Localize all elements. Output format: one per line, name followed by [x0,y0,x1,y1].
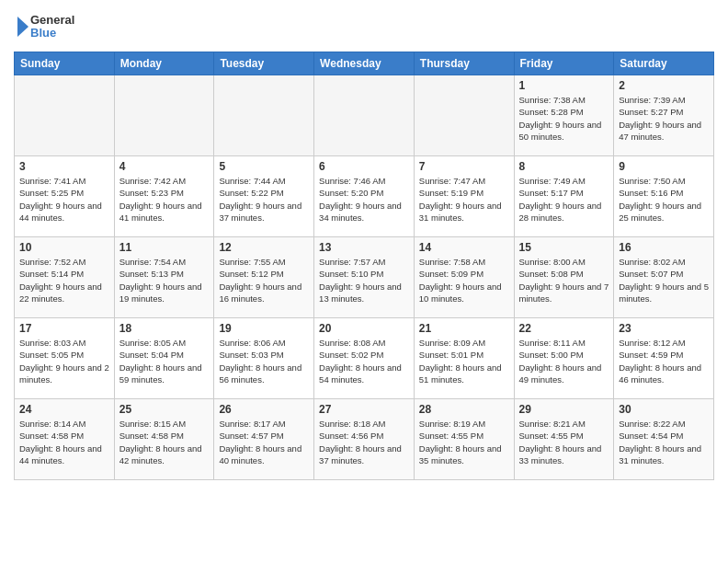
day-number: 24 [19,403,109,416]
day-number: 17 [19,322,109,335]
day-info: Sunrise: 7:58 AM Sunset: 5:09 PM Dayligh… [419,256,509,304]
day-info: Sunrise: 7:50 AM Sunset: 5:16 PM Dayligh… [619,175,709,224]
calendar-cell: 3Sunrise: 7:41 AM Sunset: 5:25 PM Daylig… [15,156,115,237]
day-info: Sunrise: 8:08 AM Sunset: 5:02 PM Dayligh… [319,337,409,385]
day-info: Sunrise: 8:11 AM Sunset: 5:00 PM Dayligh… [519,337,609,385]
day-number: 3 [19,160,109,173]
calendar-cell: 24Sunrise: 8:14 AM Sunset: 4:58 PM Dayli… [15,399,115,480]
day-number: 9 [619,160,709,173]
calendar-cell: 17Sunrise: 8:03 AM Sunset: 5:05 PM Dayli… [15,318,115,399]
weekday-header-thursday: Thursday [414,52,514,75]
day-number: 4 [119,160,210,173]
day-number: 6 [319,160,409,173]
weekday-header-row: SundayMondayTuesdayWednesdayThursdayFrid… [15,52,714,75]
calendar-cell: 14Sunrise: 7:58 AM Sunset: 5:09 PM Dayli… [414,237,514,318]
day-number: 20 [319,322,409,335]
calendar-cell: 29Sunrise: 8:21 AM Sunset: 4:55 PM Dayli… [514,399,614,480]
day-number: 11 [119,241,210,254]
calendar-cell: 13Sunrise: 7:57 AM Sunset: 5:10 PM Dayli… [314,237,415,318]
calendar-cell: 19Sunrise: 8:06 AM Sunset: 5:03 PM Dayli… [214,318,314,399]
day-info: Sunrise: 7:49 AM Sunset: 5:17 PM Dayligh… [519,175,609,224]
calendar-cell: 20Sunrise: 8:08 AM Sunset: 5:02 PM Dayli… [314,318,415,399]
calendar-cell: 21Sunrise: 8:09 AM Sunset: 5:01 PM Dayli… [414,318,514,399]
weekday-header-sunday: Sunday [15,52,115,75]
day-info: Sunrise: 7:42 AM Sunset: 5:23 PM Dayligh… [119,175,210,224]
calendar-cell [114,75,214,156]
calendar-week-3: 10Sunrise: 7:52 AM Sunset: 5:14 PM Dayli… [15,237,714,318]
day-info: Sunrise: 7:41 AM Sunset: 5:25 PM Dayligh… [19,175,109,224]
day-info: Sunrise: 8:18 AM Sunset: 4:56 PM Dayligh… [319,418,409,466]
day-number: 5 [219,160,309,173]
day-number: 1 [519,79,609,92]
logo: General Blue [14,9,78,44]
day-info: Sunrise: 7:44 AM Sunset: 5:22 PM Dayligh… [219,175,309,224]
calendar-cell: 8Sunrise: 7:49 AM Sunset: 5:17 PM Daylig… [514,156,614,237]
header: General Blue [14,9,714,44]
calendar-week-4: 17Sunrise: 8:03 AM Sunset: 5:05 PM Dayli… [15,318,714,399]
day-number: 23 [619,322,709,335]
day-number: 14 [419,241,509,254]
calendar-cell [314,75,415,156]
day-info: Sunrise: 8:17 AM Sunset: 4:57 PM Dayligh… [219,418,309,466]
day-number: 25 [119,403,210,416]
calendar-cell: 10Sunrise: 7:52 AM Sunset: 5:14 PM Dayli… [15,237,115,318]
day-number: 16 [619,241,709,254]
day-info: Sunrise: 8:03 AM Sunset: 5:05 PM Dayligh… [19,337,109,385]
day-info: Sunrise: 8:19 AM Sunset: 4:55 PM Dayligh… [419,418,509,466]
calendar-cell [414,75,514,156]
calendar-cell: 15Sunrise: 8:00 AM Sunset: 5:08 PM Dayli… [514,237,614,318]
calendar-cell: 30Sunrise: 8:22 AM Sunset: 4:54 PM Dayli… [614,399,714,480]
day-number: 18 [119,322,210,335]
weekday-header-saturday: Saturday [614,52,714,75]
calendar-cell: 25Sunrise: 8:15 AM Sunset: 4:58 PM Dayli… [114,399,214,480]
day-info: Sunrise: 8:09 AM Sunset: 5:01 PM Dayligh… [419,337,509,385]
calendar-cell: 18Sunrise: 8:05 AM Sunset: 5:04 PM Dayli… [114,318,214,399]
weekday-header-friday: Friday [514,52,614,75]
day-number: 12 [219,241,309,254]
day-info: Sunrise: 8:21 AM Sunset: 4:55 PM Dayligh… [519,418,609,466]
day-number: 15 [519,241,609,254]
page-container: General Blue SundayMondayTuesdayWednesda… [0,0,728,489]
day-info: Sunrise: 7:38 AM Sunset: 5:28 PM Dayligh… [519,94,609,143]
day-number: 22 [519,322,609,335]
day-info: Sunrise: 8:15 AM Sunset: 4:58 PM Dayligh… [119,418,210,466]
calendar-cell: 28Sunrise: 8:19 AM Sunset: 4:55 PM Dayli… [414,399,514,480]
calendar-cell: 11Sunrise: 7:54 AM Sunset: 5:13 PM Dayli… [114,237,214,318]
calendar-cell: 2Sunrise: 7:39 AM Sunset: 5:27 PM Daylig… [614,75,714,156]
day-info: Sunrise: 7:57 AM Sunset: 5:10 PM Dayligh… [319,256,409,304]
day-info: Sunrise: 7:46 AM Sunset: 5:20 PM Dayligh… [319,175,409,224]
calendar-cell: 26Sunrise: 8:17 AM Sunset: 4:57 PM Dayli… [214,399,314,480]
calendar-cell: 23Sunrise: 8:12 AM Sunset: 4:59 PM Dayli… [614,318,714,399]
day-info: Sunrise: 8:22 AM Sunset: 4:54 PM Dayligh… [619,418,709,466]
day-info: Sunrise: 8:05 AM Sunset: 5:04 PM Dayligh… [119,337,210,385]
svg-text:General: General [30,13,74,27]
calendar-table: SundayMondayTuesdayWednesdayThursdayFrid… [14,52,714,480]
day-number: 19 [219,322,309,335]
day-info: Sunrise: 8:14 AM Sunset: 4:58 PM Dayligh… [19,418,109,466]
calendar-cell: 1Sunrise: 7:38 AM Sunset: 5:28 PM Daylig… [514,75,614,156]
day-info: Sunrise: 8:00 AM Sunset: 5:08 PM Dayligh… [519,256,609,304]
day-number: 2 [619,79,709,92]
weekday-header-tuesday: Tuesday [214,52,314,75]
day-info: Sunrise: 8:02 AM Sunset: 5:07 PM Dayligh… [619,256,709,304]
day-info: Sunrise: 7:52 AM Sunset: 5:14 PM Dayligh… [19,256,109,304]
day-number: 27 [319,403,409,416]
day-number: 13 [319,241,409,254]
calendar-cell: 27Sunrise: 8:18 AM Sunset: 4:56 PM Dayli… [314,399,415,480]
calendar-cell: 4Sunrise: 7:42 AM Sunset: 5:23 PM Daylig… [114,156,214,237]
calendar-week-2: 3Sunrise: 7:41 AM Sunset: 5:25 PM Daylig… [15,156,714,237]
calendar-cell [214,75,314,156]
calendar-cell: 5Sunrise: 7:44 AM Sunset: 5:22 PM Daylig… [214,156,314,237]
day-number: 21 [419,322,509,335]
calendar-cell: 12Sunrise: 7:55 AM Sunset: 5:12 PM Dayli… [214,237,314,318]
calendar-week-1: 1Sunrise: 7:38 AM Sunset: 5:28 PM Daylig… [15,75,714,156]
day-number: 10 [19,241,109,254]
day-number: 26 [219,403,309,416]
day-info: Sunrise: 8:06 AM Sunset: 5:03 PM Dayligh… [219,337,309,385]
svg-text:Blue: Blue [30,26,56,40]
day-number: 29 [519,403,609,416]
day-info: Sunrise: 7:47 AM Sunset: 5:19 PM Dayligh… [419,175,509,224]
weekday-header-wednesday: Wednesday [314,52,415,75]
calendar-cell [15,75,115,156]
day-info: Sunrise: 7:39 AM Sunset: 5:27 PM Dayligh… [619,94,709,143]
